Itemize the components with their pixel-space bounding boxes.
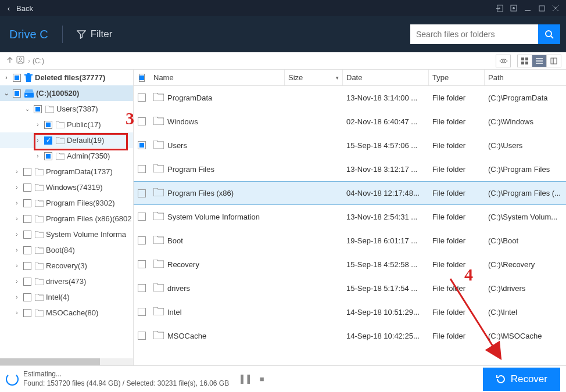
expand-toggle[interactable]: › (13, 200, 21, 206)
column-name[interactable]: Name (150, 70, 285, 85)
expand-toggle[interactable]: › (13, 168, 21, 175)
tree-item[interactable]: ›MSOCache(80) (0, 305, 133, 321)
tree-item[interactable]: ›ProgramData(1737) (0, 164, 133, 179)
file-row[interactable]: Recovery15-Sep-18 4:52:58 ...File folder… (134, 253, 566, 276)
pause-button[interactable]: ▌▌ (241, 375, 253, 383)
checkbox[interactable] (23, 231, 31, 239)
minimize-icon[interactable] (521, 1, 535, 15)
column-size[interactable]: Size▾ (285, 70, 343, 85)
maximize-icon[interactable] (535, 1, 549, 15)
expand-toggle[interactable]: › (34, 137, 42, 143)
expand-toggle[interactable]: ⌄ (23, 106, 31, 112)
checkbox[interactable] (23, 262, 31, 270)
file-row[interactable]: System Volume Information13-Nov-18 2:54:… (134, 205, 566, 229)
folder-icon (153, 212, 164, 222)
row-checkbox[interactable] (138, 93, 146, 102)
checkbox[interactable] (23, 246, 31, 254)
folder-icon (35, 294, 44, 301)
tree-item[interactable]: ›Program Files (x86)(6802 (0, 211, 133, 226)
expand-toggle[interactable]: › (13, 184, 21, 190)
file-row[interactable]: MSOCache14-Sep-18 10:42:25...File folder… (134, 324, 566, 348)
checkbox[interactable] (44, 136, 52, 145)
column-path[interactable]: Path (485, 70, 566, 85)
search-input[interactable] (410, 24, 538, 44)
expand-toggle[interactable]: › (13, 278, 21, 285)
row-checkbox[interactable] (138, 189, 146, 197)
checkbox[interactable] (23, 168, 31, 176)
row-checkbox[interactable] (138, 165, 146, 173)
folder-icon (45, 106, 54, 113)
expand-toggle[interactable]: › (13, 231, 21, 238)
file-row[interactable]: drivers15-Sep-18 5:17:54 ...File folder(… (134, 276, 566, 300)
tree-drive-root[interactable]: ⌄ (C:)(100520) (0, 85, 133, 101)
file-row[interactable]: Boot19-Sep-18 6:01:17 ...File folder(C:)… (134, 229, 566, 253)
tree-item[interactable]: ›Recovery(3) (0, 258, 133, 274)
checkbox[interactable] (23, 278, 31, 286)
tree-scrollbar[interactable] (0, 358, 133, 365)
sign-in-icon[interactable] (493, 1, 507, 15)
checkbox[interactable] (34, 105, 42, 113)
tree-item[interactable]: ›System Volume Informa (0, 226, 133, 242)
tree-item[interactable]: ›drivers(473) (0, 274, 133, 289)
checkbox[interactable] (23, 199, 31, 207)
close-icon[interactable] (549, 1, 563, 15)
tree-item[interactable]: ›Admin(7350) (0, 148, 133, 164)
view-list[interactable] (532, 55, 547, 67)
row-checkbox[interactable] (138, 284, 146, 292)
expand-toggle[interactable]: › (13, 215, 21, 222)
search-button[interactable] (538, 24, 560, 44)
checkbox[interactable] (23, 215, 31, 223)
recover-button[interactable]: Recover (483, 368, 560, 391)
back-arrow-icon[interactable]: ‹ (3, 4, 14, 13)
tree-item[interactable]: ›Windows(74319) (0, 179, 133, 195)
file-row[interactable]: Users15-Sep-18 4:57:06 ...File folder(C:… (134, 134, 566, 157)
tree-item[interactable]: ⌄Users(7387) (0, 101, 133, 117)
checkbox[interactable] (44, 121, 52, 129)
row-checkbox[interactable] (138, 141, 146, 149)
view-details[interactable] (546, 55, 561, 67)
file-type: File folder (429, 284, 485, 293)
tree-deleted-files[interactable]: › Deleted files(37777) (0, 70, 133, 85)
file-row[interactable]: Intel14-Sep-18 10:51:29...File folder(C:… (134, 300, 566, 324)
user-icon[interactable] (15, 56, 26, 66)
expand-toggle[interactable]: › (34, 153, 42, 159)
checkbox[interactable] (44, 152, 52, 160)
folder-icon (35, 262, 44, 269)
expand-toggle[interactable]: › (13, 247, 21, 253)
column-type[interactable]: Type (429, 70, 485, 85)
checkbox[interactable] (13, 89, 21, 98)
tree-item[interactable]: ›Public(17) (0, 117, 133, 132)
expand-toggle[interactable]: › (13, 294, 21, 300)
select-all-checkbox[interactable] (139, 74, 145, 82)
preview-toggle[interactable] (496, 55, 511, 67)
row-checkbox[interactable] (138, 236, 146, 244)
tree-item[interactable]: ›Program Files(9302) (0, 195, 133, 211)
breadcrumb-path[interactable]: (C:) (33, 57, 44, 65)
tree-item[interactable]: ›Default(19) (0, 132, 133, 148)
file-row[interactable]: Program Files (x86)04-Nov-18 12:17:48...… (134, 181, 566, 205)
checkbox[interactable] (23, 184, 31, 192)
filter-button[interactable]: Filter (77, 28, 113, 40)
checkbox[interactable] (13, 74, 21, 82)
checkbox[interactable] (23, 309, 31, 317)
checkbox[interactable] (23, 293, 31, 301)
up-arrow-icon[interactable] (5, 56, 15, 65)
tree-item[interactable]: ›Boot(84) (0, 242, 133, 258)
row-checkbox[interactable] (138, 117, 146, 125)
row-checkbox[interactable] (138, 332, 146, 340)
row-checkbox[interactable] (138, 308, 146, 316)
row-checkbox[interactable] (138, 213, 146, 221)
file-row[interactable]: Program Files13-Nov-18 3:12:17 ...File f… (134, 157, 566, 181)
file-row[interactable]: ProgramData13-Nov-18 3:14:00 ...File fol… (134, 86, 566, 110)
expand-toggle[interactable]: › (13, 310, 21, 316)
expand-toggle[interactable]: › (34, 121, 42, 128)
tree-item[interactable]: ›Intel(4) (0, 289, 133, 305)
row-checkbox[interactable] (138, 260, 146, 268)
file-row[interactable]: Windows02-Nov-18 6:40:47 ...File folder(… (134, 110, 566, 134)
back-button[interactable]: Back (16, 4, 33, 13)
restore-icon[interactable] (507, 1, 521, 15)
column-date[interactable]: Date (343, 70, 429, 85)
stop-button[interactable]: ■ (260, 375, 264, 383)
expand-toggle[interactable]: › (13, 262, 21, 269)
view-grid[interactable] (517, 55, 532, 67)
